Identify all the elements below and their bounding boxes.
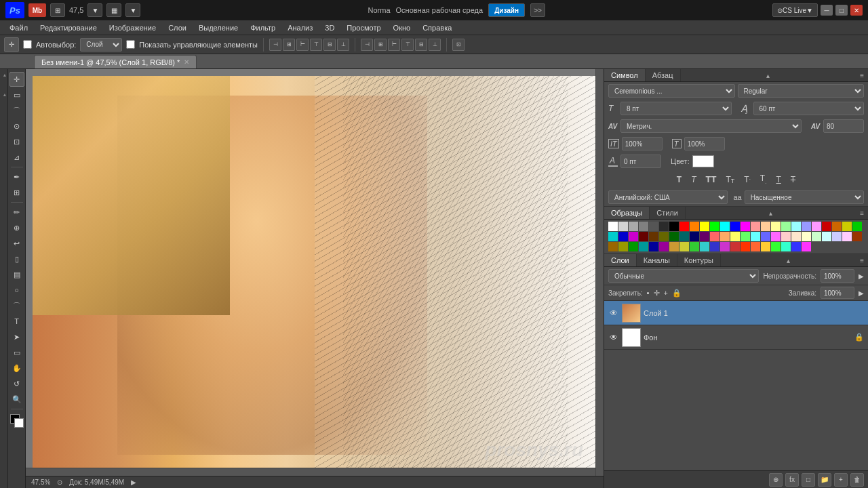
dist-center-v-icon[interactable]: ⊟: [415, 39, 427, 51]
swatch-item[interactable]: [771, 222, 781, 231]
tab-abzac[interactable]: Абзац: [646, 69, 681, 81]
swatch-item[interactable]: [629, 232, 638, 241]
tab-swatches[interactable]: Образцы: [604, 207, 650, 219]
swatch-item[interactable]: [812, 232, 821, 241]
autoselect-dropdown[interactable]: Слой Группа: [80, 38, 122, 52]
menu-select[interactable]: Выделение: [193, 22, 243, 33]
text-tool[interactable]: T: [9, 314, 24, 329]
swatch-item[interactable]: [659, 232, 669, 241]
swatch-item[interactable]: [741, 222, 750, 231]
swatch-item[interactable]: [649, 232, 658, 241]
swatch-item[interactable]: [618, 242, 628, 251]
swatch-item[interactable]: [781, 242, 791, 251]
eyedropper-tool[interactable]: ✒: [9, 169, 24, 184]
layer-visibility-1[interactable]: 👁: [608, 308, 619, 319]
fill-input[interactable]: [821, 287, 854, 299]
swatch-item[interactable]: [629, 242, 638, 251]
zoom-tool[interactable]: 🔍: [9, 392, 24, 407]
layout-btn[interactable]: ▦: [106, 3, 121, 17]
vertical-scrollbar[interactable]: [595, 69, 604, 476]
opacity-arrow[interactable]: ▶: [859, 272, 864, 280]
swatch-item[interactable]: [690, 232, 699, 241]
swatch-item[interactable]: [679, 242, 689, 251]
crop-tool[interactable]: ⊡: [9, 134, 24, 149]
swatch-item[interactable]: [822, 222, 831, 231]
swatch-item[interactable]: [618, 232, 628, 241]
swatch-item[interactable]: [791, 242, 801, 251]
add-mask-btn[interactable]: □: [802, 473, 815, 487]
swatch-item[interactable]: [771, 242, 781, 251]
tab-paths[interactable]: Контуры: [677, 254, 721, 266]
select-tool[interactable]: ➤: [9, 329, 24, 344]
swatch-item[interactable]: [679, 222, 689, 231]
layer-item-1[interactable]: 👁 Слой 1: [604, 301, 868, 325]
swatch-item[interactable]: [669, 242, 679, 251]
menu-image[interactable]: Изображение: [104, 22, 161, 33]
dist-top-icon[interactable]: ⊤: [401, 39, 414, 51]
swatch-item[interactable]: [761, 242, 770, 251]
swatch-item[interactable]: [791, 222, 801, 231]
maximize-btn[interactable]: □: [835, 5, 848, 16]
swatch-item[interactable]: [700, 222, 709, 231]
swatch-item[interactable]: [802, 232, 811, 241]
swatch-item[interactable]: [710, 242, 719, 251]
text-color-swatch[interactable]: [692, 155, 714, 167]
marquee-tool[interactable]: ▭: [9, 87, 24, 102]
status-arrow[interactable]: ▶: [131, 479, 136, 486]
scale-h-input[interactable]: [684, 137, 725, 150]
align-top-icon[interactable]: ⊤: [310, 39, 322, 51]
layers-panel-collapse[interactable]: ▴: [783, 256, 794, 266]
swatch-item[interactable]: [720, 232, 730, 241]
tab-layers[interactable]: Слои: [604, 254, 637, 266]
main-tab[interactable]: Без имени-1 @ 47,5% (Слой 1, RGB/8) * ✕: [34, 55, 197, 68]
minimize-btn[interactable]: ─: [821, 5, 833, 16]
fill-arrow[interactable]: ▶: [859, 289, 864, 297]
swatch-item[interactable]: [812, 222, 821, 231]
swatch-item[interactable]: [618, 222, 628, 231]
opacity-input[interactable]: [821, 269, 854, 283]
swatch-item[interactable]: [751, 232, 760, 241]
new-layer-btn[interactable]: +: [834, 473, 848, 487]
swatch-item[interactable]: [802, 222, 811, 231]
delete-layer-btn[interactable]: 🗑: [850, 473, 864, 487]
menu-window[interactable]: Окно: [388, 22, 416, 33]
cslive-btn[interactable]: ⊙ CS Live ▼: [772, 3, 818, 17]
swatch-item[interactable]: [649, 222, 658, 231]
swatch-item[interactable]: [741, 242, 750, 251]
move-tool[interactable]: ✛: [9, 72, 24, 87]
swatch-item[interactable]: [608, 222, 618, 231]
swatch-item[interactable]: [710, 232, 719, 241]
swatch-item[interactable]: [690, 222, 699, 231]
layers-panel-menu[interactable]: ≡: [856, 256, 868, 266]
swatch-item[interactable]: [639, 222, 648, 231]
color-picker[interactable]: [10, 414, 24, 428]
swatch-item[interactable]: [710, 222, 719, 231]
layer-visibility-bg[interactable]: 👁: [608, 332, 619, 343]
format-underline[interactable]: T: [773, 174, 783, 186]
swatch-item[interactable]: [669, 222, 679, 231]
lasso-tool[interactable]: ⌒: [9, 103, 24, 118]
swatch-item[interactable]: [700, 242, 709, 251]
toolbar-toggle-btn[interactable]: ⊞: [50, 3, 65, 17]
swatch-item[interactable]: [639, 242, 648, 251]
language-select[interactable]: Английский: США Русский: [608, 190, 728, 204]
swatch-item[interactable]: [720, 242, 730, 251]
swatch-item[interactable]: [802, 242, 811, 251]
swatch-item[interactable]: [608, 242, 618, 251]
brush-tool[interactable]: ✏: [9, 205, 24, 220]
swatch-item[interactable]: [791, 232, 801, 241]
pen-tool[interactable]: ⌒: [9, 298, 24, 313]
horizontal-scrollbar[interactable]: [26, 468, 595, 476]
font-family-select[interactable]: Ceremonious ...: [608, 84, 735, 98]
move-tool-icon[interactable]: ✛: [4, 37, 19, 52]
format-strikethrough[interactable]: T: [788, 174, 798, 186]
new-group-btn[interactable]: 📁: [818, 473, 831, 487]
swatch-item[interactable]: [639, 232, 648, 241]
swatch-item[interactable]: [761, 222, 770, 231]
close-btn[interactable]: ✕: [850, 5, 863, 16]
dist-right-icon[interactable]: ⊢: [388, 39, 400, 51]
lock-all-icon[interactable]: +: [664, 289, 668, 297]
menu-help[interactable]: Справка: [417, 22, 457, 33]
tab-close-btn[interactable]: ✕: [184, 58, 189, 66]
format-allcaps[interactable]: TT: [703, 173, 719, 186]
